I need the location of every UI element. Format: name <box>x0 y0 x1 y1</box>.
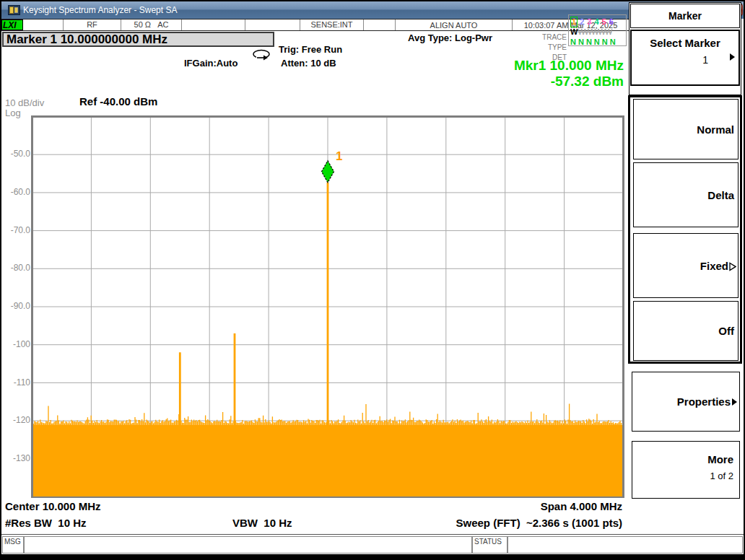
ytick--70: -70.0 <box>3 225 30 235</box>
active-function-entry[interactable]: Marker 1 10.000000000 MHz <box>2 32 274 47</box>
window-body: Keysight Spectrum Analyzer - Swept SA <box>1 1 744 554</box>
det-2: N <box>578 38 584 47</box>
submenu-arrow-icon <box>729 53 736 61</box>
det-6: N <box>610 38 616 47</box>
ytick--120: -120 <box>3 415 30 425</box>
more-label: More <box>707 453 733 465</box>
normal-label: Normal <box>697 123 734 136</box>
select-marker-value: 1 <box>702 54 708 66</box>
span-label[interactable]: Span 4.000 MHz <box>541 500 622 512</box>
msg-cell-content <box>24 536 472 554</box>
properties-label: Properties <box>677 395 731 408</box>
strip-cell-blank3 <box>245 19 300 30</box>
window-title: Keysight Spectrum Analyzer - Swept SA <box>23 5 177 15</box>
more-button[interactable]: More 1 of 2 <box>632 441 740 499</box>
align-indicator: ALIGN AUTO <box>396 19 513 30</box>
strip-cell-blank2 <box>182 19 245 30</box>
strip-cell-blank1 <box>23 19 64 30</box>
trace-type-inactive: WWWWW <box>578 27 611 36</box>
coupling-indicator: 50 Ω AC <box>121 19 182 30</box>
fixed-button[interactable]: Fixed <box>633 233 739 298</box>
trigger-annunciator: Trig: Free Run <box>279 44 342 55</box>
trace-row-label: TRACE <box>538 33 567 41</box>
scale-per-div-label: 10 dB/div <box>5 97 44 108</box>
ytick--50: -50.0 <box>3 149 30 159</box>
marker-readout-level: -57.32 dBm <box>514 74 624 89</box>
res-bw-label[interactable]: #Res BW 10 Hz <box>5 517 87 529</box>
detector-row: NNNNNN <box>570 36 624 46</box>
sense-indicator: SENSE:INT <box>300 19 364 30</box>
off-label: Off <box>718 325 734 337</box>
spectrum-analyzer-window: Keysight Spectrum Analyzer - Swept SA <box>0 0 745 560</box>
spectrum-plot[interactable]: 1 <box>31 115 624 498</box>
det-3: N <box>586 38 592 47</box>
more-page-indicator: 1 of 2 <box>710 471 733 481</box>
status-cell-content <box>507 536 743 554</box>
lxi-indicator: LXI <box>1 19 23 30</box>
msg-cell-label: MSG <box>2 536 24 554</box>
avg-type-annunciator: Avg Type: Log-Pwr <box>408 32 492 43</box>
type-row-label: TYPE <box>538 43 567 51</box>
trace-type-active: W <box>570 27 578 36</box>
properties-submenu-arrow-icon <box>731 398 738 406</box>
properties-button[interactable]: Properties <box>632 372 740 432</box>
app-icon <box>8 5 20 15</box>
marker-readout: Mkr1 10.000 MHz -57.32 dBm <box>514 58 624 89</box>
det-5: N <box>602 38 608 47</box>
status-bar: MSG STATUS <box>1 534 744 554</box>
trace-numbers-row: 123456 <box>570 16 624 26</box>
svg-text:1: 1 <box>336 149 342 163</box>
delta-label: Delta <box>707 189 734 201</box>
sweep-label[interactable]: Sweep (FFT) ~2.366 s (1001 pts) <box>456 517 622 529</box>
atten-annunciator: Atten: 10 dB <box>281 58 336 69</box>
vbw-label[interactable]: VBW 10 Hz <box>232 517 292 529</box>
marker-readout-freq: Mkr1 10.000 MHz <box>514 58 624 74</box>
ytick--100: -100 <box>3 339 30 349</box>
menu-title: Marker <box>630 4 740 28</box>
annunciator-strip: LXI RF 50 Ω AC SENSE:INT ALIGN AUTO 10:0… <box>1 19 629 31</box>
strip-cell-blank4 <box>364 19 396 30</box>
ytick--110: -110 <box>3 377 30 388</box>
scale-mode-label: Log <box>5 108 21 118</box>
ytick--90: -90.0 <box>3 301 30 311</box>
fixed-submenu-arrow-icon <box>729 262 736 271</box>
status-cell-label: STATUS <box>472 536 507 554</box>
delta-button[interactable]: Delta <box>633 162 739 227</box>
det-1: N <box>570 38 576 47</box>
select-marker-button[interactable]: Select Marker 1 <box>630 30 740 86</box>
trace-info-box[interactable]: 123456 WWWWWW NNNNNN <box>568 14 627 46</box>
det-4: N <box>594 38 600 47</box>
ifgain-annunciator: IFGain:Auto <box>184 58 238 69</box>
continuous-sweep-icon <box>252 49 271 61</box>
ref-level-label[interactable]: Ref -40.00 dBm <box>79 95 157 108</box>
ytick--130: -130 <box>3 453 30 463</box>
trace-type-row: WWWWWW <box>570 26 624 36</box>
ytick--60: -60.0 <box>3 187 30 197</box>
normal-button[interactable]: Normal <box>633 99 739 159</box>
center-freq-label[interactable]: Center 10.000 MHz <box>5 500 101 512</box>
rf-indicator: RF <box>64 19 121 30</box>
select-marker-label: Select Marker <box>632 37 739 49</box>
ytick--80: -80.0 <box>3 263 30 273</box>
fixed-label: Fixed <box>700 260 728 272</box>
off-button[interactable]: Off <box>633 301 739 361</box>
